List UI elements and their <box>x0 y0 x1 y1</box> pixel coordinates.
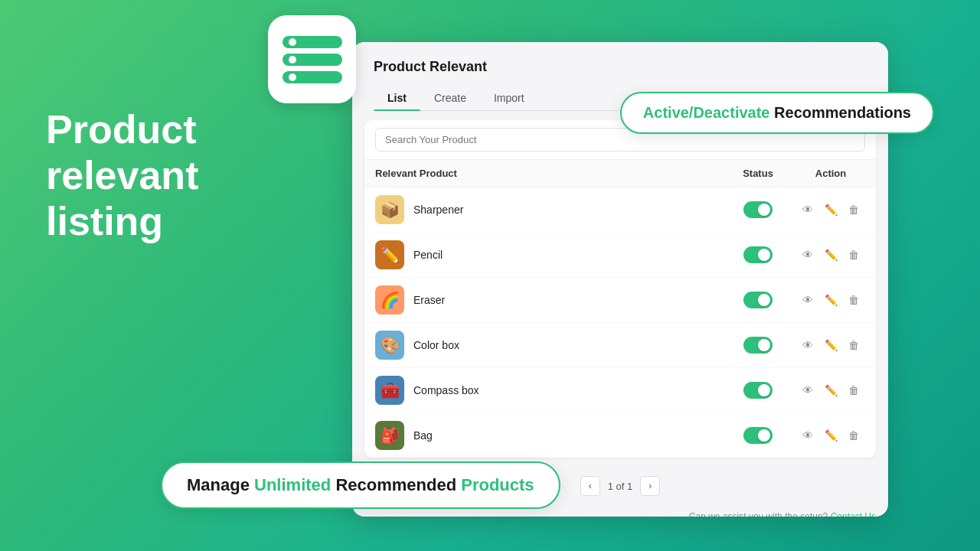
product-thumb-bag: 🎒 <box>375 421 404 450</box>
table-header: Relevant Product Status Action <box>364 160 876 187</box>
product-thumb-pencil: ✏️ <box>375 240 404 269</box>
edit-icon-bag[interactable]: ✏️ <box>822 427 839 444</box>
delete-icon-pencil[interactable]: 🗑 <box>845 246 862 263</box>
edit-icon-pencil[interactable]: ✏️ <box>822 246 839 263</box>
delete-icon-colorbox[interactable]: 🗑 <box>845 337 862 354</box>
product-name-compassbox: Compass box <box>413 384 479 396</box>
contact-us-link[interactable]: Contact Us <box>831 511 876 517</box>
view-icon-colorbox[interactable]: 👁 <box>799 337 816 354</box>
status-cell-bag <box>720 427 796 444</box>
view-icon-compassbox[interactable]: 👁 <box>799 382 816 399</box>
delete-icon-eraser[interactable]: 🗑 <box>845 292 862 308</box>
product-cell-bag: 🎒 Bag <box>375 421 720 450</box>
status-cell-eraser <box>720 292 796 308</box>
badge-top-prefix: Active/Deactivate <box>643 104 770 121</box>
icon-bar-3 <box>283 71 342 83</box>
icon-bar-1 <box>283 36 342 48</box>
prev-page-button[interactable]: ‹ <box>580 476 600 496</box>
product-cell-sharpener: 📦 Sharpener <box>375 195 720 224</box>
badge-top-suffix: Recommendations <box>774 104 911 121</box>
status-cell-sharpener <box>720 201 796 218</box>
table-row: 🧰 Compass box 👁 ✏️ 🗑 <box>364 368 876 413</box>
badge-bottom-suffix: Products <box>461 475 534 494</box>
edit-icon-eraser[interactable]: ✏️ <box>822 292 839 308</box>
product-cell-pencil: ✏️ Pencil <box>375 240 720 269</box>
product-cell-eraser: 🌈 Eraser <box>375 285 720 315</box>
page-indicator: 1 of 1 <box>608 481 633 492</box>
badge-bottom-prefix: Manage <box>187 475 250 494</box>
toggle-bag[interactable] <box>743 427 773 444</box>
edit-icon-sharpener[interactable]: ✏️ <box>822 201 839 218</box>
active-deactivate-badge: Active/Deactivate Recommendations <box>620 92 934 134</box>
badge-bottom-highlight: Unlimited <box>254 475 331 494</box>
col-header-status: Status <box>720 168 796 179</box>
product-thumb-compassbox: 🧰 <box>375 376 404 405</box>
col-header-action: Action <box>796 168 865 179</box>
icon-bar-2 <box>283 54 342 66</box>
product-cell-colorbox: 🎨 Color box <box>375 331 720 360</box>
delete-icon-sharpener[interactable]: 🗑 <box>845 201 862 218</box>
app-icon <box>268 15 356 103</box>
edit-icon-compassbox[interactable]: ✏️ <box>822 382 839 399</box>
product-name-pencil: Pencil <box>413 249 443 261</box>
toggle-pencil[interactable] <box>743 246 773 263</box>
delete-icon-compassbox[interactable]: 🗑 <box>845 382 862 399</box>
action-cell-pencil: 👁 ✏️ 🗑 <box>796 246 865 263</box>
product-cell-compassbox: 🧰 Compass box <box>375 376 720 405</box>
status-cell-compassbox <box>720 382 796 399</box>
status-cell-colorbox <box>720 337 796 354</box>
tab-list[interactable]: List <box>374 86 420 110</box>
table-row: 📦 Sharpener 👁 ✏️ 🗑 <box>364 187 876 233</box>
col-header-product: Relevant Product <box>375 168 720 179</box>
toggle-sharpener[interactable] <box>743 201 773 218</box>
table-row: ✏️ Pencil 👁 ✏️ 🗑 <box>364 233 876 278</box>
table-row: 🎨 Color box 👁 ✏️ 🗑 <box>364 323 876 368</box>
next-page-button[interactable]: › <box>640 476 660 496</box>
tab-import[interactable]: Import <box>480 86 538 110</box>
delete-icon-bag[interactable]: 🗑 <box>845 427 862 444</box>
status-cell-pencil <box>720 246 796 263</box>
toggle-compassbox[interactable] <box>743 382 773 399</box>
product-name-sharpener: Sharpener <box>413 204 463 216</box>
view-icon-bag[interactable]: 👁 <box>799 427 816 444</box>
action-cell-colorbox: 👁 ✏️ 🗑 <box>796 337 865 354</box>
action-cell-compassbox: 👁 ✏️ 🗑 <box>796 382 865 399</box>
table-row: 🌈 Eraser 👁 ✏️ 🗑 <box>364 278 876 323</box>
toggle-eraser[interactable] <box>743 292 773 308</box>
product-table-container: Relevant Product Status Action 📦 Sharpen… <box>364 120 876 458</box>
view-icon-pencil[interactable]: 👁 <box>799 246 816 263</box>
view-icon-eraser[interactable]: 👁 <box>799 292 816 308</box>
hero-text: Product relevant listing <box>46 107 198 244</box>
action-cell-eraser: 👁 ✏️ 🗑 <box>796 292 865 308</box>
product-thumb-sharpener: 📦 <box>375 195 404 224</box>
footer-text: Can we assist you with the setup? <box>689 511 828 517</box>
action-cell-sharpener: 👁 ✏️ 🗑 <box>796 201 865 218</box>
view-icon-sharpener[interactable]: 👁 <box>799 201 816 218</box>
edit-icon-colorbox[interactable]: ✏️ <box>822 337 839 354</box>
badge-bottom-middle: Recommended <box>335 475 456 494</box>
action-cell-bag: 👁 ✏️ 🗑 <box>796 427 865 444</box>
tab-create[interactable]: Create <box>420 86 480 110</box>
manage-unlimited-badge: Manage Unlimited Recommended Products <box>161 461 560 509</box>
product-name-colorbox: Color box <box>413 339 459 351</box>
product-name-bag: Bag <box>413 429 433 442</box>
product-thumb-colorbox: 🎨 <box>375 331 404 360</box>
product-thumb-eraser: 🌈 <box>375 285 404 315</box>
table-row: 🎒 Bag 👁 ✏️ 🗑 <box>364 413 876 458</box>
toggle-colorbox[interactable] <box>743 337 773 354</box>
panel-title: Product Relevant <box>374 59 867 75</box>
product-name-eraser: Eraser <box>413 294 445 306</box>
